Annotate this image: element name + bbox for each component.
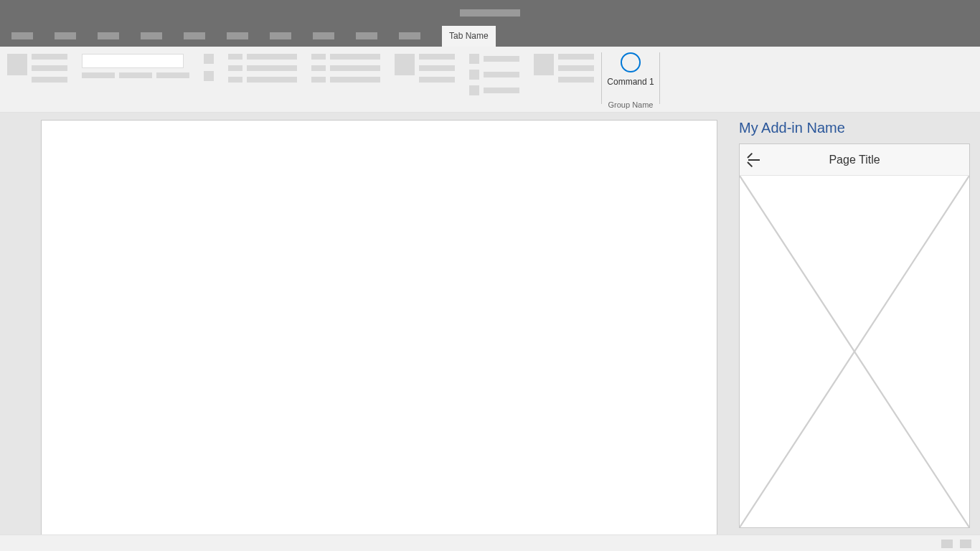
ribbon-divider [659, 52, 660, 104]
ribbon-group-placeholder [387, 47, 462, 112]
document-canvas[interactable] [41, 120, 717, 534]
tab-active-label: Tab Name [449, 31, 489, 41]
task-pane-title: My Add-in Name [739, 120, 970, 136]
task-pane-content-placeholder [740, 176, 969, 527]
ribbon-group-placeholder [221, 47, 304, 112]
ribbon-group-placeholder [304, 47, 387, 112]
task-pane-header: Page Title [740, 144, 969, 176]
status-view-toggle[interactable] [960, 540, 971, 548]
ribbon-group-placeholder [75, 47, 197, 112]
ribbon-group-placeholder [0, 47, 75, 112]
tab-placeholder[interactable] [11, 32, 33, 39]
status-view-toggle[interactable] [941, 540, 953, 548]
command-1-icon[interactable] [621, 52, 641, 72]
tab-placeholder[interactable] [55, 32, 76, 39]
ribbon-tabstrip: Tab Name [0, 26, 980, 47]
title-bar [0, 0, 980, 26]
tab-placeholder[interactable] [184, 32, 205, 39]
ribbon-group-placeholder [462, 47, 527, 112]
tab-placeholder[interactable] [227, 32, 248, 39]
command-1-label[interactable]: Command 1 [602, 77, 659, 87]
ribbon-group-custom: Command 1 Group Name [602, 47, 659, 112]
tab-placeholder[interactable] [270, 32, 291, 39]
tab-placeholder[interactable] [141, 32, 162, 39]
tab-placeholder[interactable] [98, 32, 119, 39]
task-pane-page-title: Page Title [740, 154, 969, 166]
workspace: My Add-in Name Page Title [0, 113, 980, 534]
ribbon: Command 1 Group Name [0, 47, 980, 113]
tab-placeholder[interactable] [356, 32, 377, 39]
back-arrow-icon [748, 159, 760, 161]
task-pane-body: Page Title [739, 143, 970, 528]
tab-active[interactable]: Tab Name [442, 26, 496, 47]
status-bar [0, 534, 980, 551]
tab-placeholder[interactable] [399, 32, 420, 39]
task-pane: My Add-in Name Page Title [729, 120, 980, 534]
ribbon-group-placeholder [527, 47, 601, 112]
app-title-placeholder [460, 9, 520, 17]
back-button[interactable] [740, 144, 768, 176]
ribbon-group-label: Group Name [602, 100, 659, 109]
ribbon-group-placeholder [197, 47, 221, 112]
tab-placeholder[interactable] [313, 32, 334, 39]
